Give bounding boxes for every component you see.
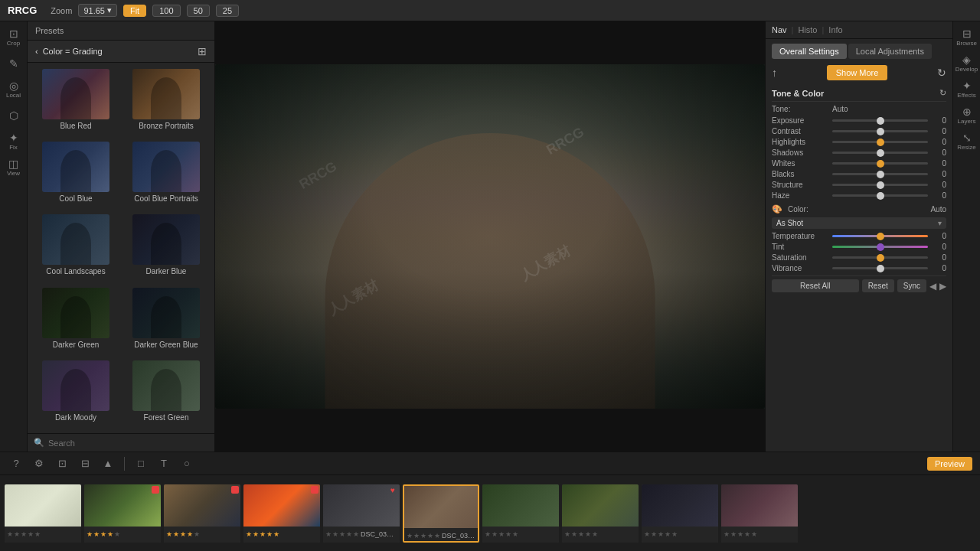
preset-item-cool-blue-portraits[interactable]: Cool Blue Portraits xyxy=(122,140,210,210)
film-item-3[interactable]: ★★★★★ xyxy=(164,484,240,543)
search-input[interactable] xyxy=(48,439,208,448)
film-item-6[interactable]: ★★★★★ DSC_0342-Edit.JPG xyxy=(403,484,479,543)
presets-category-header: ‹ Color = Grading ⊞ xyxy=(28,41,214,63)
tone-label: Tone: xyxy=(772,105,829,113)
icon-bar-local[interactable]: ◎ Local xyxy=(2,77,26,102)
icon-bar-edit[interactable]: ✎ xyxy=(2,51,26,76)
temperature-track[interactable] xyxy=(832,235,928,237)
contrast-track[interactable] xyxy=(832,130,928,132)
blacks-track[interactable] xyxy=(832,173,928,175)
tone-color-collapse-icon[interactable]: ↻ xyxy=(939,88,946,98)
film-item-10[interactable]: ★★★★★ xyxy=(721,484,798,543)
preset-item-cool-landscapes[interactable]: Cool Landscapes xyxy=(32,213,119,282)
back-arrow-icon[interactable]: ‹ xyxy=(35,47,38,56)
preset-item-blue-red[interactable]: Blue Red xyxy=(32,67,119,137)
film-item-1[interactable]: ★★★★★ xyxy=(5,484,81,543)
dropdown-arrow-icon: ▾ xyxy=(938,219,942,227)
tint-label: Tint xyxy=(772,243,829,251)
film-item-9[interactable]: ★★★★★ xyxy=(642,484,718,543)
preset-item-more1[interactable]: Dark Moody xyxy=(32,359,119,429)
film-info-2: ★★★★★ xyxy=(84,527,161,543)
presets-search-bar: 🔍 xyxy=(28,433,214,452)
export-icon[interactable]: ↑ xyxy=(772,67,777,79)
icon-bar-fix[interactable]: ✦ Fix xyxy=(2,129,26,154)
whites-track[interactable] xyxy=(832,162,928,165)
preset-item-cool-blue[interactable]: Cool Blue xyxy=(32,140,119,210)
compare-view-button[interactable]: ⊟ xyxy=(77,455,93,472)
nav-tabs: Nav | Histo | Info xyxy=(766,21,952,39)
temperature-thumb[interactable] xyxy=(877,233,884,240)
icon-bar-layers[interactable]: ⊕ Layers xyxy=(955,103,979,128)
preset-item-more2[interactable]: Forest Green xyxy=(122,359,210,429)
zoom-50-button[interactable]: 50 xyxy=(187,5,210,17)
color-label: Color: xyxy=(788,205,808,214)
reset-button[interactable]: Reset xyxy=(862,279,894,292)
film-item-4[interactable]: ★★★★★ xyxy=(243,484,320,543)
preset-item-darker-blue[interactable]: Darker Blue xyxy=(122,213,210,282)
icon-bar-develop[interactable]: ◈ Develop xyxy=(955,51,979,76)
exposure-label: Exposure xyxy=(772,116,829,125)
color-badge xyxy=(311,486,318,494)
question-button[interactable]: ? xyxy=(8,455,24,472)
haze-track[interactable] xyxy=(832,194,928,197)
arrows-left-icon[interactable]: ◀ xyxy=(929,281,936,292)
refresh-icon[interactable]: ↻ xyxy=(937,67,946,79)
text-tool-button[interactable]: T xyxy=(155,455,172,472)
local-adjustments-tab[interactable]: Local Adjustments xyxy=(848,44,932,59)
icon-bar-view[interactable]: ◫ View xyxy=(2,155,26,180)
contrast-thumb[interactable] xyxy=(877,128,884,135)
tint-track[interactable] xyxy=(832,246,928,248)
film-item-2[interactable]: ★★★★★ xyxy=(84,484,161,543)
preset-item-bronze-portraits[interactable]: Bronze Portraits xyxy=(122,67,210,137)
upload-button[interactable]: ▲ xyxy=(100,455,116,472)
settings-button[interactable]: ⚙ xyxy=(31,455,47,472)
icon-bar-resize[interactable]: ⤡ Resize xyxy=(955,129,979,154)
film-item-8[interactable]: ★★★★★ xyxy=(562,484,639,543)
highlights-track[interactable] xyxy=(832,141,928,143)
sync-button[interactable]: Sync xyxy=(897,279,926,292)
saturation-track[interactable] xyxy=(832,256,928,259)
whites-thumb[interactable] xyxy=(877,160,884,168)
show-more-button[interactable]: Show More xyxy=(827,65,888,80)
zoom-fit-button[interactable]: Fit xyxy=(123,5,146,17)
shadows-thumb[interactable] xyxy=(877,149,884,157)
overall-settings-tab[interactable]: Overall Settings xyxy=(772,44,847,59)
circle-tool-button[interactable]: ○ xyxy=(178,455,195,472)
nav-tab-nav[interactable]: Nav xyxy=(772,25,787,34)
vibrance-track[interactable] xyxy=(832,267,928,269)
zoom-25-button[interactable]: 25 xyxy=(216,5,239,17)
vibrance-thumb[interactable] xyxy=(877,265,884,272)
film-info-3: ★★★★★ xyxy=(164,527,240,543)
zoom-value[interactable]: 91.65 ▾ xyxy=(78,4,117,17)
icon-bar-crop[interactable]: ⊡ Crop xyxy=(2,25,26,50)
saturation-thumb[interactable] xyxy=(877,254,884,262)
preset-item-darker-green[interactable]: Darker Green xyxy=(32,286,119,356)
tint-thumb[interactable] xyxy=(877,243,884,251)
exposure-thumb[interactable] xyxy=(877,117,884,125)
shadows-track[interactable] xyxy=(832,152,928,154)
main-image: RRCG 人人素材 RRCG 人人素材 xyxy=(215,64,765,409)
film-item-7[interactable]: ★★★★★ xyxy=(482,484,559,543)
single-view-button[interactable]: ⊡ xyxy=(54,455,70,472)
preview-button[interactable]: Preview xyxy=(927,457,972,471)
highlights-thumb[interactable] xyxy=(877,139,884,146)
grid-toggle-icon[interactable]: ⊞ xyxy=(198,45,207,57)
icon-bar-color[interactable]: ⬡ xyxy=(2,103,26,128)
reset-all-button[interactable]: Reset All xyxy=(772,279,859,292)
preset-item-darker-green-blue[interactable]: Darker Green Blue xyxy=(122,286,210,356)
film-item-5[interactable]: ♥ ★★★★★ DSC_0342-...xport.jpg xyxy=(323,484,400,543)
icon-bar-browse[interactable]: ⊟ Browse xyxy=(955,25,979,50)
square-tool-button[interactable]: □ xyxy=(132,455,149,472)
preset-thumb-more2 xyxy=(132,360,200,411)
structure-thumb[interactable] xyxy=(877,181,884,189)
nav-tab-info[interactable]: Info xyxy=(828,25,842,34)
nav-tab-histo[interactable]: Histo xyxy=(798,25,817,34)
exposure-track[interactable] xyxy=(832,119,928,122)
icon-bar-effects[interactable]: ✦ Effects xyxy=(955,77,979,102)
blacks-thumb[interactable] xyxy=(877,171,884,178)
structure-track[interactable] xyxy=(832,184,928,186)
haze-thumb[interactable] xyxy=(877,192,884,200)
as-shot-dropdown[interactable]: As Shot ▾ xyxy=(772,217,946,229)
arrows-right-icon[interactable]: ▶ xyxy=(939,281,946,292)
zoom-100-button[interactable]: 100 xyxy=(152,5,180,17)
